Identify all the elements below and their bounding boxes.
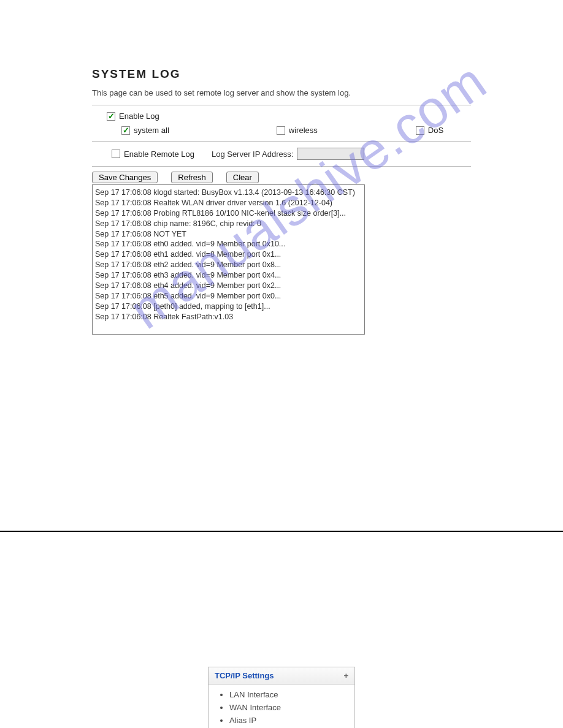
log-line: Sep 17 17:06:08 [peth0] added, mapping t… bbox=[95, 301, 362, 312]
enable-log-checkbox[interactable] bbox=[107, 112, 115, 121]
expand-icon: + bbox=[343, 671, 348, 680]
tcpip-settings-panel: TCP/IP Settings + LAN Interface WAN Inte… bbox=[208, 667, 355, 728]
panel-title: TCP/IP Settings bbox=[215, 671, 274, 680]
panel-item-wan[interactable]: WAN Interface bbox=[229, 701, 350, 714]
wireless-checkbox[interactable] bbox=[277, 126, 285, 135]
log-line: Sep 17 17:06:08 chip name: 8196C, chip r… bbox=[95, 219, 362, 229]
section-divider bbox=[0, 531, 563, 532]
log-server-ip-label: Log Server IP Address: bbox=[212, 150, 293, 159]
divider bbox=[92, 166, 471, 167]
log-line: Sep 17 17:06:08 Realtek FastPath:v1.03 bbox=[95, 312, 362, 322]
log-line: Sep 17 17:06:08 eth1 added. vid=8 Member… bbox=[95, 249, 362, 260]
system-all-label: system all bbox=[134, 126, 169, 135]
log-line: Sep 17 17:06:08 Probing RTL8186 10/100 N… bbox=[95, 208, 362, 219]
log-line: Sep 17 17:06:08 eth0 added. vid=9 Member… bbox=[95, 239, 362, 249]
divider bbox=[92, 141, 471, 142]
panel-item-lan[interactable]: LAN Interface bbox=[229, 688, 350, 701]
panel-item-alias[interactable]: Alias IP bbox=[229, 714, 350, 727]
dos-checkbox[interactable] bbox=[416, 126, 424, 135]
log-line: Sep 17 17:06:08 eth5 added. vid=9 Member… bbox=[95, 291, 362, 301]
refresh-button[interactable]: Refresh bbox=[171, 172, 213, 183]
log-line: Sep 17 17:06:08 eth4 added. vid=9 Member… bbox=[95, 281, 362, 291]
clear-button[interactable]: Clear bbox=[226, 172, 259, 183]
wireless-label: wireless bbox=[289, 126, 318, 135]
log-line: Sep 17 17:06:08 eth3 added. vid=9 Member… bbox=[95, 270, 362, 281]
log-line: Sep 17 17:06:08 eth2 added. vid=9 Member… bbox=[95, 260, 362, 270]
enable-remote-log-label: Enable Remote Log bbox=[124, 150, 194, 159]
log-line: Sep 17 17:06:08 klogd started: BusyBox v… bbox=[95, 188, 362, 198]
divider bbox=[92, 105, 471, 105]
system-all-checkbox[interactable] bbox=[121, 126, 130, 135]
tcpip-settings-header[interactable]: TCP/IP Settings + bbox=[209, 667, 354, 684]
save-changes-button[interactable]: Save Changes bbox=[92, 172, 158, 183]
log-output-box[interactable]: Sep 17 17:06:08 klogd started: BusyBox v… bbox=[92, 184, 365, 335]
dos-label: DoS bbox=[428, 126, 443, 135]
enable-log-label: Enable Log bbox=[119, 112, 159, 121]
log-line: Sep 17 17:06:08 Realtek WLAN driver driv… bbox=[95, 198, 362, 208]
log-server-ip-input[interactable] bbox=[297, 148, 364, 160]
log-line: Sep 17 17:06:08 NOT YET bbox=[95, 229, 362, 240]
enable-remote-log-checkbox[interactable] bbox=[112, 150, 120, 158]
page-title: SYSTEM LOG bbox=[92, 67, 471, 81]
page-description: This page can be used to set remote log … bbox=[92, 88, 471, 97]
